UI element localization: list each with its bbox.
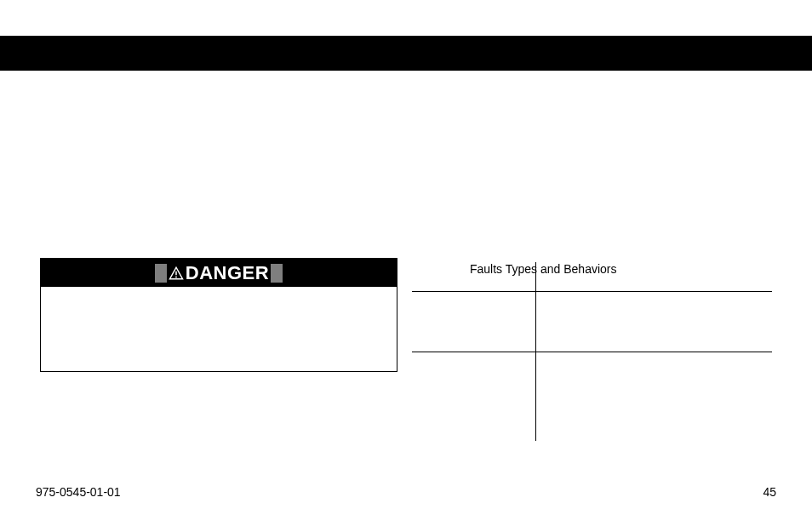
table-skeleton: [412, 291, 772, 441]
footer-docnum: 975-0545-01-01: [36, 485, 121, 499]
svg-point-1: [175, 276, 177, 277]
table-title-row: Faults Types and Behaviors: [412, 262, 772, 276]
danger-body-text: [41, 287, 397, 297]
table-title: Faults Types and Behaviors: [470, 262, 617, 276]
page-footer: 975-0545-01-01 45: [36, 485, 776, 499]
page: DANGER Faults Types and Behaviors 975-05…: [0, 0, 812, 526]
footer-page-number: 45: [763, 485, 776, 499]
warning-triangle-icon: [169, 266, 184, 281]
danger-box: DANGER: [40, 258, 397, 372]
table-row-divider: [412, 352, 772, 352]
danger-label-wrap: DANGER: [153, 262, 284, 284]
danger-label-text: DANGER: [186, 262, 269, 284]
faults-table-area: Faults Types and Behaviors: [412, 262, 772, 475]
table-col-divider: [535, 262, 536, 441]
header-black-band: [0, 36, 812, 71]
content-area: DANGER Faults Types and Behaviors: [36, 255, 776, 475]
danger-header: DANGER: [41, 259, 397, 287]
